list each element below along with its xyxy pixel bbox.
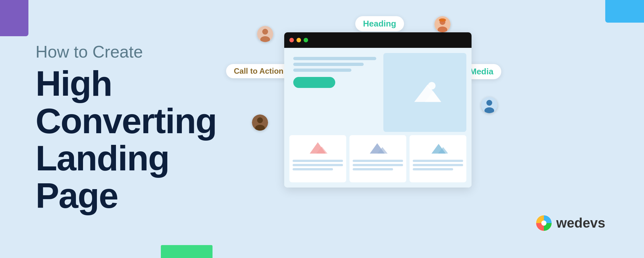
svg-point-20 bbox=[486, 100, 492, 106]
avatar-middle bbox=[252, 114, 268, 131]
browser-media-col bbox=[383, 53, 466, 132]
browser-dot-green bbox=[304, 38, 308, 42]
avatar-right-edge bbox=[481, 97, 497, 113]
text-line-2 bbox=[293, 63, 364, 66]
avatar-top-center bbox=[257, 26, 273, 42]
card-3-line-2 bbox=[413, 164, 463, 166]
svg-point-15 bbox=[439, 18, 446, 22]
card-2-line-2 bbox=[353, 164, 403, 166]
browser-text-col bbox=[289, 53, 380, 132]
browser-card-3 bbox=[410, 135, 466, 182]
card-3-line-1 bbox=[413, 160, 463, 162]
card-1-line-2 bbox=[293, 164, 343, 166]
browser-toolbar bbox=[284, 32, 472, 48]
svg-point-17 bbox=[257, 117, 263, 123]
corner-blue-decoration bbox=[605, 0, 644, 23]
corner-green-decoration bbox=[161, 245, 213, 258]
hero-title-line1: High Converting bbox=[36, 63, 217, 141]
card-1-mountain-icon bbox=[308, 141, 327, 155]
hero-title-line2: Landing Page bbox=[36, 138, 169, 215]
hero-title: High Converting Landing Page bbox=[36, 65, 255, 214]
browser-card-grid bbox=[289, 135, 466, 182]
card-3-mountain-icon bbox=[428, 141, 448, 155]
browser-top-section bbox=[289, 53, 466, 132]
avatar-top-right bbox=[434, 16, 451, 32]
browser-card-1 bbox=[289, 135, 346, 182]
wedevs-brand-name: wedevs bbox=[556, 215, 605, 231]
card-1-line-3 bbox=[293, 168, 333, 170]
svg-point-10 bbox=[262, 29, 268, 35]
svg-point-23 bbox=[541, 220, 546, 226]
wedevs-logo-icon bbox=[535, 214, 553, 232]
browser-body bbox=[284, 48, 472, 188]
heading-label: Heading bbox=[355, 16, 404, 31]
mountain-illustration bbox=[409, 80, 441, 105]
browser-mockup bbox=[284, 32, 472, 188]
card-2-image bbox=[353, 138, 403, 158]
browser-cta-button bbox=[293, 77, 335, 88]
browser-dot-red bbox=[289, 38, 294, 42]
hero-subtitle: How to Create bbox=[36, 42, 255, 61]
card-2-line-3 bbox=[353, 168, 393, 170]
card-1-line-1 bbox=[293, 160, 343, 162]
browser-card-2 bbox=[349, 135, 406, 182]
card-2-mountain-icon bbox=[368, 141, 388, 155]
card-1-image bbox=[293, 138, 343, 158]
corner-purple-decoration bbox=[0, 0, 28, 36]
text-line-3 bbox=[293, 69, 351, 72]
text-line-1 bbox=[293, 57, 376, 60]
wedevs-brand: wedevs bbox=[535, 214, 605, 232]
hero-text-block: How to Create High Converting Landing Pa… bbox=[36, 42, 255, 214]
cta-label: Call to Action bbox=[226, 64, 291, 78]
card-2-line-1 bbox=[353, 160, 403, 162]
card-3-line-3 bbox=[413, 168, 453, 170]
card-3-image bbox=[413, 138, 463, 158]
browser-dot-yellow bbox=[296, 38, 301, 42]
